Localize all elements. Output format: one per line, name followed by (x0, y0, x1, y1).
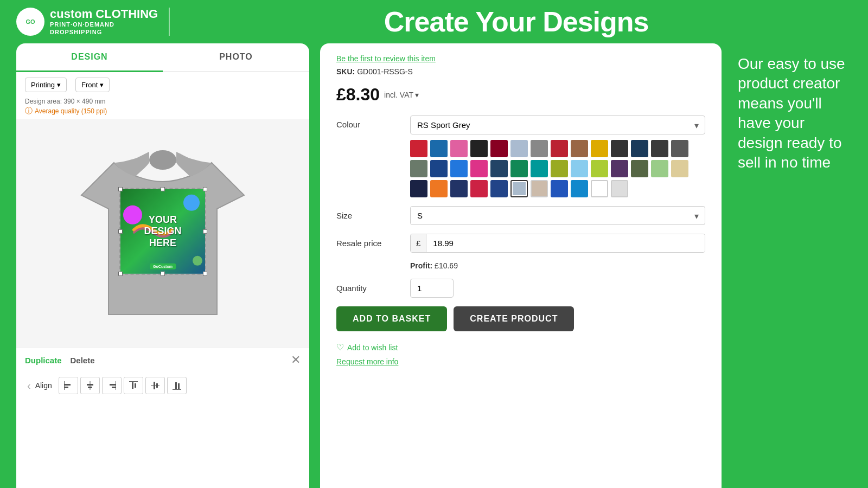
color-swatch[interactable] (470, 180, 488, 197)
color-swatch[interactable] (470, 140, 488, 157)
color-swatch[interactable] (510, 180, 528, 197)
close-button[interactable]: ✕ (291, 353, 301, 367)
svg-rect-3 (64, 381, 65, 390)
sku-line: SKU: GD001-RSSG-S (336, 67, 705, 76)
color-swatch[interactable] (591, 160, 608, 177)
color-swatch[interactable] (611, 180, 628, 197)
handle-tm[interactable] (161, 187, 165, 191)
color-swatch[interactable] (551, 140, 568, 157)
design-placeholder: YOURDESIGNHERE GoCustom (120, 189, 205, 274)
color-swatches (410, 140, 705, 197)
color-swatch[interactable] (450, 160, 468, 177)
color-swatch[interactable] (531, 140, 548, 157)
color-swatch[interactable] (531, 180, 548, 197)
handle-tl[interactable] (118, 187, 123, 191)
color-swatch[interactable] (450, 140, 468, 157)
color-swatch[interactable] (631, 140, 648, 157)
color-swatch[interactable] (410, 140, 427, 157)
color-swatch[interactable] (410, 180, 427, 197)
color-swatch[interactable] (571, 140, 588, 157)
color-swatch[interactable] (470, 160, 488, 177)
color-swatch[interactable] (430, 140, 448, 157)
delete-button[interactable]: Delete (71, 356, 95, 365)
color-swatch[interactable] (490, 180, 508, 197)
tab-photo[interactable]: PHOTO (163, 43, 309, 71)
color-swatch[interactable] (571, 180, 588, 197)
price-line: £8.30 incl. VAT ▾ (336, 85, 705, 105)
handle-tr[interactable] (203, 187, 207, 191)
resale-row: Resale price £ (336, 234, 705, 253)
svg-rect-2 (64, 387, 68, 388)
design-text: YOURDESIGNHERE (144, 214, 181, 249)
review-link[interactable]: Be the first to review this item (336, 54, 705, 63)
main-area: DESIGN PHOTO Printing ▾ Front ▾ Design a… (16, 43, 852, 488)
colour-select[interactable]: RS Sport Grey (410, 115, 705, 134)
wishlist-text: Add to wish list (347, 343, 398, 352)
align-right-icon[interactable] (102, 377, 122, 394)
handle-rm[interactable] (203, 229, 207, 234)
align-section: ‹ Align (16, 373, 309, 401)
color-swatch[interactable] (611, 140, 628, 157)
color-swatch[interactable] (631, 160, 648, 177)
align-label: Align (35, 381, 52, 390)
front-dropdown[interactable]: Front ▾ (75, 78, 110, 92)
design-dot3 (193, 256, 202, 266)
prev-button[interactable]: ‹ (25, 380, 33, 392)
tshirt-preview[interactable]: YOURDESIGNHERE GoCustom (16, 119, 309, 347)
color-swatch[interactable] (611, 160, 628, 177)
color-swatch[interactable] (651, 160, 668, 177)
handle-lm[interactable] (118, 229, 123, 234)
color-swatch[interactable] (551, 180, 568, 197)
design-editor-panel: DESIGN PHOTO Printing ▾ Front ▾ Design a… (16, 43, 309, 488)
sku-value: GD001-RSSG-S (357, 67, 413, 76)
header: GO custom CLOTHING PRINT·ON·DEMAND DROPS… (0, 0, 868, 43)
svg-rect-1 (64, 384, 71, 386)
color-swatch[interactable] (591, 140, 608, 157)
add-to-basket-button[interactable]: ADD TO BASKET (336, 306, 447, 331)
color-swatch[interactable] (551, 160, 568, 177)
heart-icon: ♡ (336, 342, 344, 352)
color-swatch[interactable] (651, 140, 668, 157)
design-watermark: GoCustom (150, 264, 176, 269)
color-swatch[interactable] (490, 160, 508, 177)
align-bottom-icon[interactable] (167, 377, 187, 394)
align-left-icon[interactable] (59, 377, 78, 394)
color-swatch[interactable] (410, 160, 427, 177)
align-top-icon[interactable] (124, 377, 143, 394)
tab-design[interactable]: DESIGN (16, 43, 163, 72)
profit-value: £10.69 (435, 261, 458, 270)
color-swatch[interactable] (430, 180, 448, 197)
size-select[interactable]: S XS M L XL 2XL 3XL (410, 206, 705, 225)
design-overlay[interactable]: YOURDESIGNHERE GoCustom (119, 188, 206, 275)
size-row: Size S XS M L XL 2XL 3XL (336, 206, 705, 225)
color-swatch[interactable] (671, 160, 688, 177)
colour-row: Colour RS Sport Grey (336, 115, 705, 197)
quality-warning: ⓘ Average quality (150 ppi) (16, 106, 309, 119)
duplicate-button[interactable]: Duplicate (25, 356, 62, 365)
color-swatch[interactable] (510, 140, 528, 157)
color-swatch[interactable] (531, 160, 548, 177)
color-swatch[interactable] (571, 160, 588, 177)
handle-bm[interactable] (161, 272, 165, 276)
color-swatch[interactable] (591, 180, 608, 197)
design-area-info: Design area: 390 × 490 mm (16, 98, 309, 106)
logo-area: GO custom CLOTHING PRINT·ON·DEMAND DROPS… (16, 8, 170, 36)
resale-input[interactable] (426, 234, 705, 252)
align-middle-icon[interactable] (145, 377, 165, 394)
wishlist-link[interactable]: ♡ Add to wish list (336, 342, 705, 352)
create-product-button[interactable]: CREATE PRODUCT (454, 306, 574, 331)
quantity-input[interactable] (410, 279, 454, 298)
svg-rect-15 (151, 386, 159, 386)
color-swatch[interactable] (490, 140, 508, 157)
quantity-label: Quantity (336, 284, 401, 293)
handle-br[interactable] (203, 272, 207, 276)
more-info-link[interactable]: Request more info (336, 357, 398, 366)
printing-dropdown[interactable]: Printing ▾ (25, 78, 67, 92)
color-swatch[interactable] (450, 180, 468, 197)
handle-bl[interactable] (118, 272, 123, 276)
color-swatch[interactable] (510, 160, 528, 177)
color-swatch[interactable] (671, 140, 688, 157)
color-swatch[interactable] (430, 160, 448, 177)
align-center-h-icon[interactable] (80, 377, 100, 394)
vat-dropdown[interactable]: ▾ (415, 91, 419, 99)
